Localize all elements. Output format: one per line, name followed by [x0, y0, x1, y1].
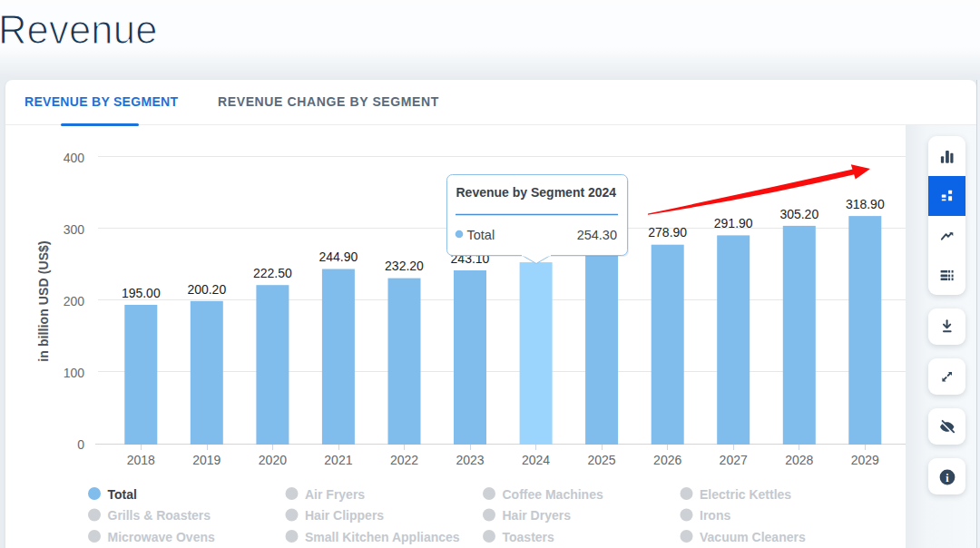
svg-text:0: 0 [77, 437, 84, 452]
svg-text:Electric Kettles: Electric Kettles [700, 487, 791, 502]
svg-text:305.20: 305.20 [779, 207, 818, 221]
svg-text:254.30: 254.30 [577, 228, 617, 242]
svg-text:2022: 2022 [390, 453, 418, 467]
svg-text:Revenue by Segment 2024: Revenue by Segment 2024 [456, 185, 617, 200]
svg-text:Hair Clippers: Hair Clippers [305, 508, 384, 523]
svg-text:Coffee Machines: Coffee Machines [503, 487, 603, 502]
svg-text:232.20: 232.20 [385, 259, 424, 273]
svg-text:Air Fryers: Air Fryers [305, 487, 365, 502]
svg-text:300: 300 [64, 222, 85, 237]
svg-text:Total: Total [108, 487, 137, 502]
svg-text:2029: 2029 [851, 453, 879, 467]
svg-text:200.20: 200.20 [187, 282, 226, 297]
svg-text:2025: 2025 [588, 453, 616, 467]
svg-text:REVENUE CHANGE BY SEGMENT: REVENUE CHANGE BY SEGMENT [218, 94, 439, 109]
svg-text:2020: 2020 [259, 453, 287, 467]
svg-text:400: 400 [64, 151, 85, 165]
svg-text:244.90: 244.90 [318, 250, 358, 264]
svg-text:100: 100 [64, 366, 85, 380]
svg-text:278.90: 278.90 [648, 225, 687, 240]
svg-text:195.00: 195.00 [122, 286, 161, 300]
svg-text:222.50: 222.50 [253, 266, 292, 280]
svg-text:2024: 2024 [522, 453, 550, 467]
svg-text:2026: 2026 [653, 453, 681, 467]
svg-text:200: 200 [64, 294, 85, 308]
svg-text:REVENUE BY SEGMENT: REVENUE BY SEGMENT [24, 94, 178, 109]
svg-text:Small Kitchen Appliances: Small Kitchen Appliances [305, 530, 460, 544]
svg-text:Grills & Roasters: Grills & Roasters [108, 508, 211, 523]
svg-text:318.90: 318.90 [846, 197, 885, 211]
svg-text:2023: 2023 [456, 453, 484, 467]
svg-text:291.90: 291.90 [714, 216, 753, 230]
svg-text:Irons: Irons [700, 508, 730, 523]
svg-text:2018: 2018 [127, 453, 155, 467]
svg-text:2019: 2019 [192, 453, 220, 467]
svg-text:Total: Total [467, 228, 495, 242]
svg-text:2028: 2028 [785, 453, 813, 467]
svg-text:Vacuum Cleaners: Vacuum Cleaners [700, 530, 806, 544]
svg-text:Hair Dryers: Hair Dryers [503, 508, 572, 523]
svg-text:Toasters: Toasters [503, 530, 555, 544]
svg-text:Microwave Ovens: Microwave Ovens [108, 530, 215, 544]
svg-text:in billion USD (US$): in billion USD (US$) [36, 240, 51, 361]
svg-text:2021: 2021 [324, 453, 352, 467]
svg-text:Revenue: Revenue [0, 8, 158, 52]
svg-text:2027: 2027 [720, 453, 748, 467]
